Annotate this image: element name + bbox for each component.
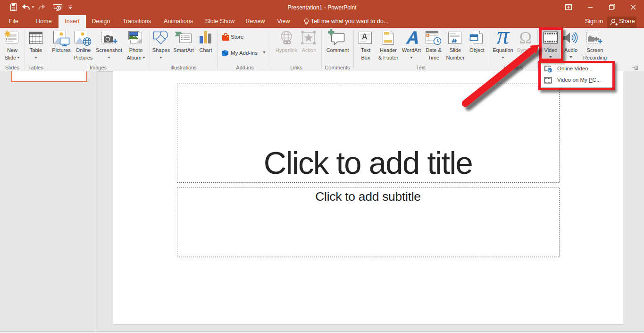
svg-text:Ω: Ω <box>519 29 532 44</box>
svg-text:π: π <box>497 28 510 46</box>
